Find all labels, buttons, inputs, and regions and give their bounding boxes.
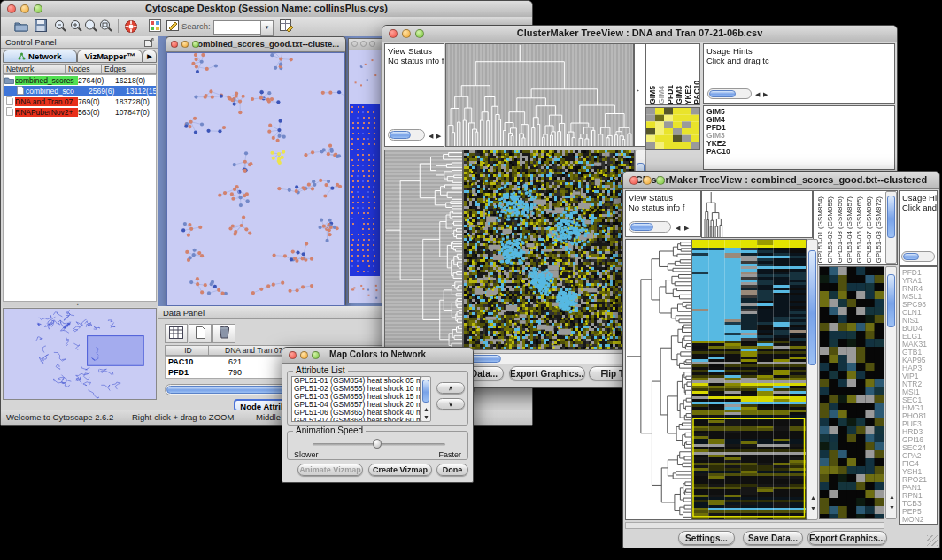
array-column-label[interactable]: GPL51-07 (GSM868) — [864, 196, 874, 264]
gene-label[interactable]: GIM4 — [706, 116, 894, 124]
move-up-button[interactable]: ∧ — [436, 382, 465, 394]
minimize-icon[interactable] — [360, 41, 367, 47]
treeview1-titlebar[interactable]: ClusterMaker TreeView : DNA and Tran 07-… — [382, 26, 897, 42]
gene-label[interactable]: PAC10 — [706, 148, 894, 156]
save-session-button[interactable] — [33, 19, 49, 34]
treeview2-vscrollbar[interactable]: ▲ ▼ — [807, 239, 818, 520]
animate-vizmap-button[interactable]: Animate Vizmap — [297, 464, 363, 476]
treeview1-row-dendrogram[interactable] — [384, 150, 463, 350]
bottom-scroll-track[interactable] — [625, 522, 884, 529]
scroll-down-icon[interactable]: ▼ — [423, 414, 429, 420]
edges-col-header[interactable]: Edges — [101, 64, 157, 74]
column-label[interactable]: GIM4 — [657, 86, 666, 104]
zoom-window-icon[interactable] — [192, 41, 199, 48]
tab-overflow-button[interactable]: ▶ — [143, 50, 157, 63]
network-overview-panel[interactable] — [3, 308, 157, 400]
help-lifering-icon[interactable] — [123, 19, 139, 34]
annotation-icon[interactable] — [165, 19, 181, 34]
view-status-scrollbar[interactable] — [388, 129, 425, 141]
zoom-window-icon[interactable] — [415, 29, 424, 38]
network-list-row[interactable]: DNA and Tran 07 769(0) 183728(0) — [4, 96, 156, 107]
gene-label[interactable]: GIM3 — [706, 132, 894, 140]
tab-network[interactable]: Network — [3, 50, 77, 63]
close-icon[interactable] — [629, 176, 638, 185]
settings-button[interactable]: Settings... — [678, 531, 735, 545]
hidden-window-titlebar[interactable] — [349, 39, 382, 50]
network-canvas[interactable] — [166, 52, 345, 306]
gene-label[interactable]: MON2 — [902, 516, 937, 524]
search-dropdown-icon[interactable]: ▼ — [260, 20, 274, 36]
done-button[interactable]: Done — [436, 464, 468, 476]
zoom-in-icon[interactable] — [68, 19, 84, 34]
minimize-icon[interactable] — [181, 41, 189, 48]
treeview2-row-dendrogram[interactable] — [625, 239, 691, 520]
scroll-left-icon[interactable]: ◀ — [429, 133, 433, 139]
zoom-window-icon[interactable] — [312, 351, 320, 359]
close-icon[interactable] — [389, 29, 398, 38]
export-graphics-button[interactable]: Export Graphics... — [509, 366, 585, 380]
col-labels-vscrollbar[interactable] — [885, 191, 897, 264]
attribute-matrix-button[interactable] — [165, 324, 188, 343]
attribute-browser-icon[interactable] — [278, 19, 294, 34]
column-label[interactable]: PFD1 — [666, 85, 675, 104]
gene-label[interactable]: YKE2 — [706, 140, 894, 148]
delete-attribute-trash-icon[interactable] — [212, 324, 236, 343]
attribute-list-item[interactable]: GPL51-07 (GSM868) heat shock 60 min — [292, 417, 420, 422]
save-data-button[interactable]: Save Data... — [743, 531, 803, 545]
close-icon[interactable] — [289, 351, 297, 359]
attribute-list-scrollbar[interactable]: ▲ ▼ — [421, 376, 431, 422]
zoom-out-icon[interactable] — [52, 19, 68, 34]
scroll-down-icon[interactable]: ▼ — [889, 504, 895, 510]
treeview1-zoom-heatmap-panel[interactable] — [645, 107, 700, 150]
scroll-left-icon[interactable]: ◀ — [755, 91, 760, 97]
network-list-row[interactable]: combined_sco 2569(6) 13112(15) — [4, 86, 156, 96]
array-column-label[interactable]: GPL51-03 (GSM856) — [835, 196, 845, 264]
array-column-label[interactable]: GPL51-08 (GSM872) — [874, 196, 884, 264]
new-attribute-button[interactable] — [189, 324, 212, 343]
id-col-header[interactable]: ID — [165, 345, 209, 356]
zoom-window-icon[interactable] — [369, 41, 375, 47]
scroll-left-icon[interactable]: ◀ — [676, 225, 680, 231]
zoom-vscrollbar[interactable]: ▲ ▼ — [885, 266, 897, 519]
scroll-right-icon[interactable]: ▶ — [684, 225, 689, 231]
column-label[interactable]: YKE2 — [683, 85, 692, 104]
treeview2-heatmap-panel[interactable] — [691, 239, 807, 520]
scroll-up-icon[interactable]: ▲ — [889, 494, 895, 500]
treeview1-heatmap-panel[interactable] — [463, 150, 635, 350]
zoom-selected-icon[interactable] — [83, 19, 99, 34]
usage-hints-scrollbar[interactable] — [707, 88, 752, 99]
close-icon[interactable] — [351, 41, 358, 47]
scroll-right-icon[interactable]: ▶ — [763, 91, 768, 97]
open-session-button[interactable] — [13, 19, 29, 34]
usage-hints-scrollbar[interactable] — [901, 251, 935, 262]
column-label[interactable]: GIM5 — [648, 86, 657, 104]
search-input[interactable] — [213, 20, 261, 35]
scroll-right-icon[interactable]: ▶ — [436, 133, 441, 139]
view-status-scrollbar[interactable] — [629, 221, 671, 233]
network-list-row[interactable]: combined_scores 2764(0) 16218(0) — [4, 75, 156, 86]
overview-canvas[interactable] — [4, 309, 156, 399]
zoom-window-icon[interactable] — [34, 4, 42, 13]
close-icon[interactable] — [7, 4, 16, 13]
zoom-window-icon[interactable] — [656, 176, 665, 185]
close-icon[interactable] — [171, 41, 178, 48]
gene-label[interactable]: PFD1 — [706, 124, 894, 132]
minimize-icon[interactable] — [20, 4, 29, 13]
treeview2-column-dendrogram[interactable] — [701, 190, 813, 238]
column-label[interactable]: GIM3 — [675, 86, 683, 104]
tab-vizmapper[interactable]: VizMapper™ — [77, 50, 143, 63]
column-label[interactable]: PAC10 — [692, 81, 700, 104]
scroll-up-icon[interactable]: ▲ — [423, 406, 429, 412]
network-col-header[interactable]: Network — [3, 64, 66, 74]
export-graphics-button[interactable]: Export Graphics... — [807, 531, 887, 545]
speed-slider-thumb[interactable] — [373, 439, 382, 449]
treeview2-zoom-heatmap-panel[interactable] — [819, 266, 884, 519]
dialog-titlebar[interactable]: Map Colors to Network — [282, 348, 473, 364]
treeview2-titlebar[interactable]: ClusterMaker TreeView : combined_scores_… — [623, 172, 939, 189]
resize-grip[interactable] — [927, 535, 938, 546]
hidden-network-window[interactable] — [348, 38, 383, 303]
treeview1-column-dendrogram[interactable] — [445, 43, 634, 147]
nodes-col-header[interactable]: Nodes — [65, 64, 102, 74]
float-panel-icon[interactable] — [144, 38, 154, 50]
dense-network-canvas[interactable] — [349, 50, 381, 303]
